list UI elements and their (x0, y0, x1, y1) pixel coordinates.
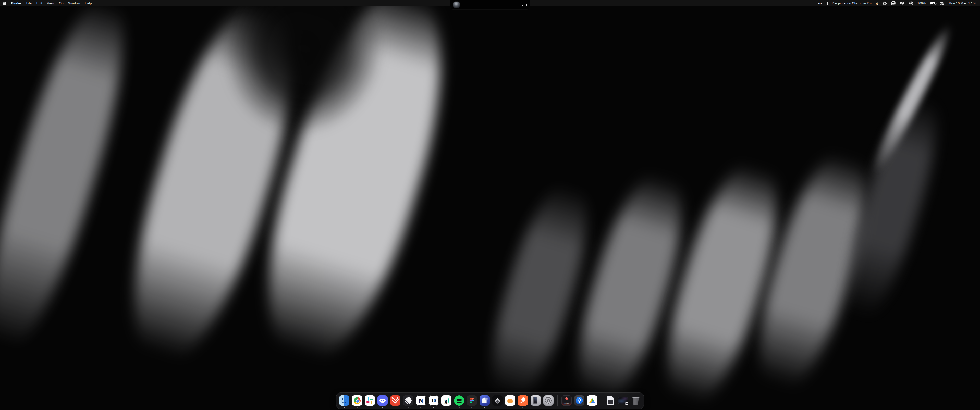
dock-item-iphone-mirroring[interactable] (531, 394, 541, 408)
grammarly-menubar-item[interactable]: g (876, 1, 878, 5)
slack-icon (365, 396, 375, 406)
shutter-app-menubar-item[interactable] (891, 1, 896, 5)
dock-item-spotify[interactable] (454, 394, 464, 408)
figma-icon (467, 396, 477, 406)
dock-item-system-settings[interactable] (543, 394, 554, 408)
running-indicator (471, 407, 473, 408)
dock-item-raycast[interactable]: raycast (562, 394, 572, 408)
spotify-icon (454, 396, 464, 406)
dock-item-todoist[interactable] (390, 394, 401, 408)
trash-icon (631, 396, 641, 406)
dock-item-notion[interactable]: N (416, 394, 426, 408)
craft-icon (479, 396, 490, 406)
notion-glyph: N (418, 397, 423, 404)
cube-app-icon (492, 396, 503, 406)
control-center-menubar-item[interactable] (940, 1, 944, 5)
menu-bar-status-area: ••• Dar jantar do Chico · in 2m g (818, 1, 977, 5)
shutter-shape-icon (891, 1, 896, 5)
menu-help[interactable]: Help (85, 1, 92, 5)
dock-item-cube-app[interactable] (492, 394, 503, 408)
menu-go[interactable]: Go (59, 1, 63, 5)
calendar-event-countdown[interactable]: Dar jantar do Chico · in 2m (832, 1, 872, 5)
dock-item-1password[interactable] (574, 394, 584, 408)
running-indicator (344, 407, 345, 408)
running-indicator (420, 407, 422, 408)
control-center-icon (940, 1, 944, 5)
raycast-icon: raycast (562, 396, 572, 406)
menu-bar-left: Finder File Edit View Go Window Help (3, 1, 92, 6)
notion-calendar-glyph: 10 (431, 398, 436, 403)
audio-visualizer-icon (522, 3, 527, 6)
menu-bar-clock[interactable]: Mon 10 Mar 17:58 (948, 1, 977, 5)
running-indicator (458, 407, 460, 408)
active-app-menu[interactable]: Finder (11, 1, 21, 5)
iphone-mirroring-icon (531, 396, 541, 406)
apple-menu[interactable] (3, 1, 6, 6)
screen-mirroring-menubar-item[interactable] (900, 1, 905, 5)
dock-item-document[interactable] (605, 394, 615, 408)
dock-separator (557, 395, 558, 407)
notion-icon: N (416, 396, 426, 406)
finder-icon (339, 396, 349, 406)
dock-item-linear[interactable] (403, 394, 413, 408)
desktop-wallpaper (0, 0, 980, 410)
dock: N10graycast (336, 393, 644, 409)
notch-widget[interactable] (450, 0, 530, 10)
running-indicator (382, 407, 383, 408)
menu-view[interactable]: View (47, 1, 54, 5)
running-indicator (356, 407, 358, 408)
menu-window[interactable]: Window (68, 1, 80, 5)
running-indicator (522, 407, 523, 408)
dock-item-figma[interactable] (467, 394, 477, 408)
menubar-divider-handle[interactable] (827, 2, 828, 5)
dock-item-discord[interactable] (377, 394, 388, 408)
1password-icon (574, 396, 584, 406)
notch-album-art[interactable] (453, 2, 460, 8)
wallpaper-band (0, 0, 146, 360)
flower-gear-icon (883, 1, 887, 5)
dock-item-chrome[interactable] (352, 394, 362, 408)
grammarly-icon: g (876, 1, 878, 5)
dock-item-postman[interactable] (518, 394, 528, 408)
dock-item-notion-calendar[interactable]: 10 (428, 394, 439, 408)
charging-bolt-icon (931, 2, 935, 5)
one-password-menubar-item[interactable] (909, 1, 913, 5)
grammarly-glyph: g (444, 397, 447, 404)
dock-item-trash[interactable] (631, 394, 641, 408)
dock-item-google-drive[interactable] (587, 394, 597, 408)
raycast-glyph: raycast (562, 403, 572, 404)
one-password-icon (909, 1, 913, 5)
minimized-window-icon (618, 396, 628, 406)
google-drive-icon (587, 396, 597, 406)
dock-item-finder[interactable] (339, 394, 349, 408)
dock-item-minimized-window[interactable] (618, 394, 628, 408)
dock-item-grammarly[interactable]: g (441, 394, 452, 408)
postgres-icon (505, 396, 515, 406)
grammarly-icon: g (441, 396, 452, 406)
chrome-icon (352, 396, 362, 406)
running-indicator (484, 407, 485, 408)
todoist-icon (390, 396, 401, 406)
discord-icon (377, 396, 388, 406)
running-indicator (407, 407, 409, 408)
overflow-menu-icon[interactable]: ••• (818, 2, 822, 5)
screen-mirroring-icon (900, 1, 905, 5)
flower-gear-menubar-item[interactable] (883, 1, 887, 5)
linear-icon (403, 396, 413, 406)
menu-file[interactable]: File (26, 1, 32, 5)
apple-logo-icon (3, 1, 6, 6)
postman-icon (518, 396, 528, 406)
dock-item-craft[interactable] (479, 394, 490, 408)
battery-charging-icon[interactable] (930, 2, 936, 5)
system-settings-icon (543, 396, 554, 406)
battery-percentage: 100% (918, 2, 926, 5)
menu-edit[interactable]: Edit (37, 1, 42, 5)
running-indicator (433, 407, 434, 408)
dock-item-slack[interactable] (365, 394, 375, 408)
dock-item-postgres[interactable] (505, 394, 515, 408)
notion-calendar-icon: 10 (428, 396, 439, 406)
document-icon (605, 396, 615, 406)
